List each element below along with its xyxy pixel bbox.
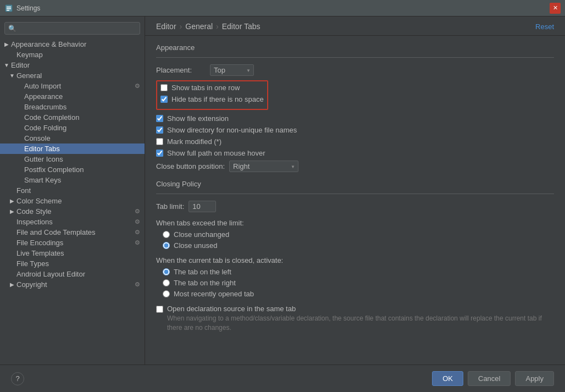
tab-limit-input[interactable]	[189, 201, 216, 212]
show-tabs-one-row-label[interactable]: Show tabs in one row	[171, 84, 240, 92]
show-directory-label[interactable]: Show directory for non-unique file names	[167, 126, 297, 134]
sidebar-item-general[interactable]: ▼General	[0, 70, 145, 81]
sidebar-item-android-layout-editor[interactable]: Android Layout Editor	[0, 269, 145, 279]
sidebar-label-smart-keys: Smart Keys	[24, 176, 140, 184]
sidebar-item-copyright[interactable]: ▶Copyright⚙	[0, 279, 145, 290]
tab-right-radio[interactable]	[163, 279, 170, 286]
ok-button[interactable]: OK	[432, 371, 463, 386]
mark-modified-checkbox[interactable]	[156, 138, 163, 145]
sidebar-item-editor[interactable]: ▼Editor	[0, 60, 145, 70]
close-unused-radio[interactable]	[163, 242, 170, 249]
sidebar-label-breadcrumbs: Breadcrumbs	[24, 103, 140, 111]
close-btn-position-label: Close button position:	[156, 162, 225, 170]
close-unchanged-radio[interactable]	[163, 231, 170, 238]
tab-recent-label[interactable]: Most recently opened tab	[174, 290, 254, 298]
sidebar-label-file-encodings: File Encodings	[16, 239, 132, 247]
apply-button[interactable]: Apply	[515, 371, 554, 386]
sidebar-item-auto-import[interactable]: Auto Import⚙	[0, 81, 145, 91]
sidebar-label-code-folding: Code Folding	[24, 124, 140, 132]
tab-closed-group: When the current tab is closed, activate…	[156, 256, 554, 298]
sidebar: 🔍 ▶Appearance & BehaviorKeymap▼Editor▼Ge…	[0, 16, 145, 365]
show-tabs-one-row-checkbox[interactable]	[160, 84, 168, 91]
sidebar-item-keymap[interactable]: Keymap	[0, 49, 145, 60]
sidebar-item-smart-keys[interactable]: Smart Keys	[0, 175, 145, 185]
sidebar-label-console: Console	[24, 134, 140, 142]
sidebar-tree: ▶Appearance & BehaviorKeymap▼Editor▼Gene…	[0, 39, 145, 290]
exceed-limit-label: When tabs exceed the limit:	[156, 219, 554, 227]
sidebar-label-android-layout-editor: Android Layout Editor	[16, 270, 140, 278]
placement-row: Placement: TopBottomLeftRightNone	[156, 64, 554, 76]
tab-left-radio[interactable]	[163, 268, 170, 275]
sidebar-item-code-style[interactable]: ▶Code Style⚙	[0, 206, 145, 217]
mark-modified-row: Mark modified (*)	[156, 137, 554, 146]
open-decl-label[interactable]: Open declaration source in the same tab	[167, 305, 296, 313]
sidebar-label-code-style: Code Style	[16, 207, 132, 216]
sidebar-item-font[interactable]: Font	[0, 185, 145, 196]
sidebar-item-file-encodings[interactable]: File Encodings⚙	[0, 238, 145, 248]
open-decl-row: Open declaration source in the same tab …	[156, 305, 554, 333]
sidebar-label-color-scheme: Color Scheme	[16, 197, 140, 205]
sidebar-item-console[interactable]: Console	[0, 133, 145, 143]
close-unchanged-label[interactable]: Close unchanged	[174, 230, 229, 239]
cancel-button[interactable]: Cancel	[468, 371, 511, 386]
sidebar-item-gutter-icons[interactable]: Gutter Icons	[0, 154, 145, 164]
closing-policy-separator	[156, 194, 554, 194]
sidebar-label-inspections: Inspections	[16, 218, 132, 226]
breadcrumb-part-2: General	[185, 22, 213, 31]
sidebar-item-code-folding[interactable]: Code Folding	[0, 123, 145, 133]
tab-on-left-row: The tab on the left	[156, 268, 554, 276]
close-btn-position-select[interactable]: LeftRightInactive tab right	[229, 161, 298, 172]
search-icon: 🔍	[8, 25, 16, 32]
sidebar-item-editor-tabs[interactable]: Editor Tabs	[0, 143, 145, 154]
tab-recent-radio[interactable]	[163, 290, 170, 297]
show-file-ext-checkbox[interactable]	[156, 115, 163, 122]
search-input[interactable]	[19, 24, 136, 32]
tab-right-label[interactable]: The tab on the right	[174, 279, 236, 287]
show-directory-checkbox[interactable]	[156, 126, 163, 134]
sidebar-item-file-types[interactable]: File Types	[0, 258, 145, 269]
breadcrumb-part-1: Editor	[156, 22, 176, 31]
sidebar-label-general: General	[16, 71, 140, 80]
close-unused-row: Close unused	[156, 241, 554, 250]
show-full-path-row: Show full path on mouse hover	[156, 149, 554, 157]
help-button[interactable]: ?	[11, 372, 24, 385]
tab-left-label[interactable]: The tab on the left	[174, 268, 231, 276]
sidebar-item-inspections[interactable]: Inspections⚙	[0, 217, 145, 227]
content-area: Editor › General › Editor Tabs Reset App…	[145, 16, 565, 365]
sidebar-item-postfix-completion[interactable]: Postfix Completion	[0, 164, 145, 175]
show-file-ext-label[interactable]: Show file extension	[167, 114, 229, 123]
tab-closed-label: When the current tab is closed, activate…	[156, 256, 554, 264]
close-unused-label[interactable]: Close unused	[174, 241, 218, 250]
open-decl-checkbox[interactable]	[156, 306, 163, 313]
hide-tabs-no-space-row: Hide tabs if there is no space	[160, 95, 264, 103]
sidebar-item-file-and-code-templates[interactable]: File and Code Templates⚙	[0, 227, 145, 238]
sidebar-label-appearance-behavior: Appearance & Behavior	[11, 40, 140, 48]
search-box[interactable]: 🔍	[4, 22, 140, 35]
sidebar-item-breadcrumbs[interactable]: Breadcrumbs	[0, 102, 145, 112]
sidebar-item-code-completion[interactable]: Code Completion	[0, 112, 145, 123]
show-full-path-label[interactable]: Show full path on mouse hover	[167, 149, 265, 157]
sidebar-label-file-and-code-templates: File and Code Templates	[16, 228, 132, 236]
gear-icon-auto-import: ⚙	[135, 82, 140, 90]
show-full-path-checkbox[interactable]	[156, 150, 163, 157]
mark-modified-label[interactable]: Mark modified (*)	[167, 137, 221, 146]
hide-tabs-no-space-label[interactable]: Hide tabs if there is no space	[171, 95, 264, 103]
placement-select[interactable]: TopBottomLeftRightNone	[210, 64, 254, 76]
gear-icon-inspections: ⚙	[135, 218, 140, 225]
close-button[interactable]: ✕	[550, 3, 561, 14]
appearance-section-label: Appearance	[156, 43, 554, 52]
close-btn-position-select-wrapper[interactable]: LeftRightInactive tab right	[229, 161, 298, 172]
placement-select-wrapper[interactable]: TopBottomLeftRightNone	[210, 64, 254, 76]
exceed-limit-group: When tabs exceed the limit: Close unchan…	[156, 219, 554, 250]
sidebar-item-appearance-behavior[interactable]: ▶Appearance & Behavior	[0, 39, 145, 49]
sidebar-arrow-copyright: ▶	[8, 281, 16, 288]
hide-tabs-no-space-checkbox[interactable]	[160, 96, 168, 103]
close-btn-position-row: Close button position: LeftRightInactive…	[156, 161, 554, 172]
sidebar-item-appearance[interactable]: Appearance	[0, 91, 145, 102]
sidebar-item-color-scheme[interactable]: ▶Color Scheme	[0, 196, 145, 206]
sidebar-item-live-templates[interactable]: Live Templates	[0, 248, 145, 258]
sidebar-arrow-appearance-behavior: ▶	[2, 41, 11, 47]
title-bar: Settings ✕	[0, 0, 565, 16]
reset-button[interactable]: Reset	[535, 23, 554, 31]
sidebar-label-appearance: Appearance	[24, 92, 140, 101]
